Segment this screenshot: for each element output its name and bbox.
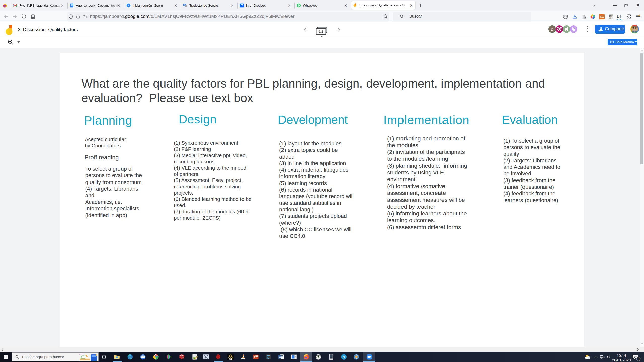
svg-text:Z: Z bbox=[128, 4, 129, 7]
svg-text:2020: 2020 bbox=[182, 357, 184, 358]
svg-text:WB: WB bbox=[229, 358, 232, 360]
svg-text:SW: SW bbox=[180, 355, 183, 357]
svg-text:S: S bbox=[343, 355, 345, 359]
svg-text:P: P bbox=[254, 356, 256, 358]
svg-text:6: 6 bbox=[638, 357, 639, 361]
svg-text:文: 文 bbox=[185, 5, 187, 7]
svg-text:1/1: 1/1 bbox=[319, 30, 323, 33]
svg-text:W: W bbox=[279, 356, 281, 358]
